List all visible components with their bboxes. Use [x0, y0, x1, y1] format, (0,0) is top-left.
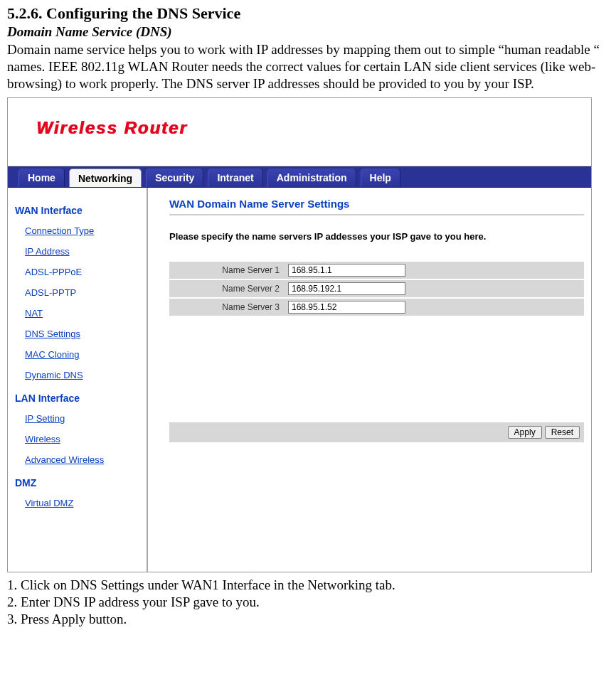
sidebar-item-ip-address[interactable]: IP Address	[25, 241, 70, 262]
content-layout: WAN Interface Connection Type IP Address…	[8, 188, 591, 572]
sidebar-heading-wan: WAN Interface	[15, 205, 139, 216]
nav-spacer	[403, 167, 591, 187]
apply-button[interactable]: Apply	[508, 426, 542, 439]
main-panel: WAN Domain Name Server Settings Please s…	[148, 188, 591, 572]
sidebar: WAN Interface Connection Type IP Address…	[8, 188, 147, 572]
ns1-label: Name Server 1	[169, 262, 287, 279]
ns3-cell	[287, 299, 584, 316]
main-navbar: Home Networking Security Intranet Admini…	[8, 166, 591, 188]
router-header: Wireless Router	[8, 98, 591, 166]
form-row-ns2: Name Server 2	[169, 280, 591, 297]
section-heading: 5.2.6. Configuring the DNS Service	[7, 4, 609, 23]
section-subheading: Domain Name Service (DNS)	[7, 24, 609, 40]
sidebar-item-mac-cloning[interactable]: MAC Cloning	[25, 344, 80, 365]
tab-administration[interactable]: Administration	[267, 169, 356, 187]
sidebar-heading-lan: LAN Interface	[15, 393, 139, 404]
section-paragraph: Domain name service helps you to work wi…	[7, 41, 609, 92]
ns2-cell	[287, 280, 584, 297]
sidebar-item-connection-type[interactable]: Connection Type	[25, 220, 94, 241]
sidebar-item-dynamic-dns[interactable]: Dynamic DNS	[25, 365, 83, 385]
ns3-input[interactable]	[288, 301, 405, 314]
sidebar-item-virtual-dmz[interactable]: Virtual DMZ	[25, 493, 73, 513]
reset-button[interactable]: Reset	[545, 426, 580, 439]
tab-home[interactable]: Home	[18, 169, 65, 187]
router-admin-screenshot: Wireless Router Home Networking Security…	[7, 97, 592, 572]
step-1: 1. Click on DNS Settings under WAN1 Inte…	[7, 577, 609, 594]
sidebar-item-wireless[interactable]: Wireless	[25, 429, 60, 449]
action-bar: Apply Reset	[169, 422, 584, 442]
steps-list: 1. Click on DNS Settings under WAN1 Inte…	[7, 577, 609, 627]
ns1-cell	[287, 262, 584, 279]
ns2-label: Name Server 2	[169, 280, 287, 297]
tab-networking[interactable]: Networking	[69, 169, 142, 187]
sidebar-item-advanced-wireless[interactable]: Advanced Wireless	[25, 449, 104, 470]
router-brand-title: Wireless Router	[36, 118, 188, 137]
step-3: 3. Press Apply button.	[7, 611, 609, 628]
sidebar-item-nat[interactable]: NAT	[25, 303, 43, 324]
panel-title: WAN Domain Name Server Settings	[169, 198, 584, 215]
form-row-ns1: Name Server 1	[169, 262, 591, 279]
ns3-label: Name Server 3	[169, 299, 287, 316]
tab-security[interactable]: Security	[146, 169, 203, 187]
sidebar-item-adsl-pptp[interactable]: ADSL-PPTP	[25, 282, 76, 303]
step-2: 2. Enter DNS IP address your ISP gave to…	[7, 594, 609, 611]
sidebar-item-dns-settings[interactable]: DNS Settings	[25, 324, 80, 344]
form-row-ns3: Name Server 3	[169, 299, 591, 316]
tab-help[interactable]: Help	[361, 169, 400, 187]
sidebar-heading-dmz: DMZ	[15, 477, 139, 489]
sidebar-item-ip-setting[interactable]: IP Setting	[25, 408, 65, 429]
ns2-input[interactable]	[288, 282, 405, 295]
sidebar-item-adsl-pppoe[interactable]: ADSL-PPPoE	[25, 262, 82, 282]
tab-intranet[interactable]: Intranet	[208, 169, 262, 187]
nav-spacer	[8, 167, 16, 187]
ns1-input[interactable]	[288, 264, 405, 277]
panel-instruction: Please specify the name servers IP addes…	[169, 231, 591, 242]
